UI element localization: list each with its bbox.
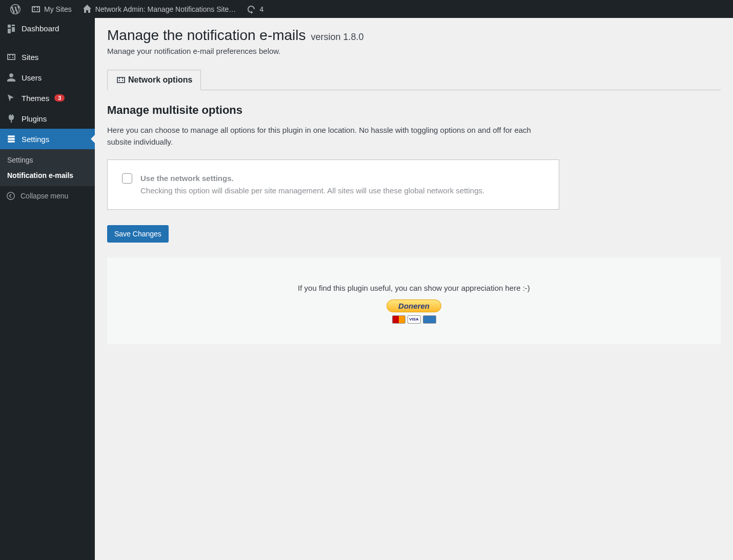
updates-count: 4 [259,5,263,13]
page-description: Manage your notification e-mail preferen… [107,47,721,55]
payment-card-icons: VISA [392,315,436,324]
option-desc: Checking this option will disable per si… [140,186,484,195]
users-icon [6,72,16,83]
plugins-icon [6,113,16,124]
network-admin-link[interactable]: Network Admin: Manage Notifications Site… [77,0,241,18]
save-changes-button[interactable]: Save Changes [107,225,169,243]
home-icon [82,4,92,14]
donate-text: If you find this plugin useful, you can … [298,284,530,292]
mastercard-icon [392,315,405,324]
donate-panel: If you find this plugin useful, you can … [107,258,721,344]
themes-count-badge: 3 [54,94,65,102]
dashboard-icon [6,23,16,33]
collapse-icon [6,191,15,201]
network-icon [116,75,126,85]
svg-point-0 [7,192,14,199]
section-description: Here you can choose to manage all option… [107,124,553,148]
visa-icon: VISA [408,315,421,324]
tab-label: Network options [128,75,192,85]
admin-toolbar: My Sites Network Admin: Manage Notificat… [0,0,733,18]
section-title: Manage multisite options [107,104,721,117]
sidebar-label-sites: Sites [22,53,38,62]
submenu-item-settings[interactable]: Settings [0,152,95,168]
updates-link[interactable]: 4 [241,0,269,18]
sidebar-item-sites[interactable]: Sites [0,47,95,67]
page-version: version 1.8.0 [311,32,364,43]
tabs-nav: Network options [107,70,721,90]
submenu-item-notification-emails[interactable]: Notification e-mails [0,168,95,183]
main-content: Manage the notification e-mails version … [95,18,733,560]
sidebar-item-users[interactable]: Users [0,67,95,88]
option-text: Use the network settings. Checking this … [140,172,484,197]
sidebar-item-dashboard[interactable]: Dashboard [0,18,95,38]
collapse-menu-button[interactable]: Collapse menu [0,186,95,206]
page-title: Manage the notification e-mails [107,27,306,44]
my-sites-label: My Sites [44,5,72,13]
sidebar-label-dashboard: Dashboard [22,24,59,33]
sidebar-label-users: Users [22,73,42,82]
donate-button[interactable]: Doneren [386,299,441,312]
amex-icon [423,315,436,324]
settings-icon [6,134,16,144]
sidebar-item-themes[interactable]: Themes 3 [0,88,95,108]
sites-icon [6,52,16,62]
admin-sidebar: Dashboard Sites Users Themes 3 Plugins S… [0,18,95,560]
tab-network-options[interactable]: Network options [107,70,201,90]
sidebar-label-settings: Settings [22,135,49,144]
wordpress-logo[interactable] [5,0,26,18]
collapse-label: Collapse menu [21,192,68,200]
settings-submenu: Settings Notification e-mails [0,149,95,186]
use-network-settings-checkbox[interactable] [122,173,132,184]
network-admin-label: Network Admin: Manage Notifications Site… [95,5,236,13]
menu-separator [0,38,95,47]
sidebar-item-settings[interactable]: Settings [0,129,95,149]
update-icon [246,4,256,14]
themes-icon [6,93,16,103]
option-network-settings: Use the network settings. Checking this … [107,159,559,210]
sidebar-item-plugins[interactable]: Plugins [0,108,95,129]
sidebar-label-themes: Themes [22,94,49,103]
network-icon [31,4,41,14]
wordpress-icon [10,4,21,14]
option-strong: Use the network settings. [140,174,234,183]
sidebar-label-plugins: Plugins [22,114,47,123]
my-sites-menu[interactable]: My Sites [26,0,77,18]
